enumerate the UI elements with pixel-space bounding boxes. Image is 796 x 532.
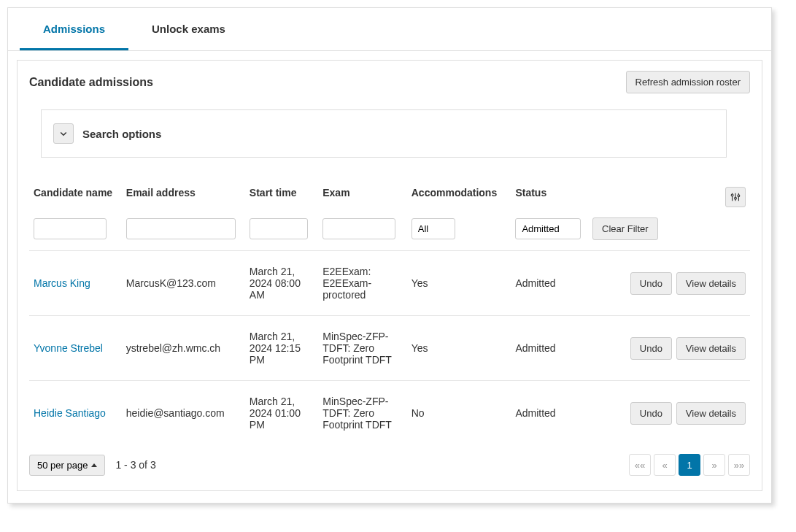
pager-first[interactable]: «« [629,454,651,476]
svg-point-5 [738,195,740,197]
tab-admissions[interactable]: Admissions [20,8,128,50]
panel: Candidate admissions Refresh admission r… [17,60,762,491]
content: Search options Candidate name Email addr… [18,109,762,490]
admissions-table: Candidate name Email address Start time … [29,181,750,445]
candidate-email: ystrebel@zh.wmc.ch [126,342,220,354]
tab-unlock-exams[interactable]: Unlock exams [128,8,249,50]
candidate-email: MarcusK@123.com [126,277,216,289]
col-settings [719,181,750,213]
candidate-accommodations: Yes [411,342,428,354]
svg-point-4 [735,197,737,199]
pager: «« « 1 » »» [629,454,750,476]
filter-exam-input[interactable] [322,218,395,239]
undo-button[interactable]: Undo [630,402,672,425]
chevron-down-icon [59,129,68,138]
col-email[interactable]: Email address [122,181,245,213]
filter-email-input[interactable] [126,218,236,239]
col-name[interactable]: Candidate name [29,181,122,213]
svg-point-3 [731,194,733,196]
per-page-button[interactable]: 50 per page [29,455,105,476]
view-details-button[interactable]: View details [676,337,746,360]
filter-start-input[interactable] [250,218,308,239]
window: Admissions Unlock exams Candidate admiss… [7,7,772,504]
candidate-exam: E2EExam: E2EExam-proctored [322,266,371,301]
pager-prev[interactable]: « [654,454,676,476]
candidate-status: Admitted [515,342,555,354]
pager-last[interactable]: »» [728,454,750,476]
filter-accommodations-select[interactable] [411,218,455,239]
candidate-status: Admitted [515,277,555,289]
col-status[interactable]: Status [511,181,588,213]
candidate-exam: MinSpec-ZFP-TDFT: Zero Footprint TDFT [322,331,392,366]
pager-page-1[interactable]: 1 [679,454,700,476]
tabs: Admissions Unlock exams [8,8,771,51]
candidate-name-link[interactable]: Heidie Santiago [34,407,106,419]
refresh-roster-button[interactable]: Refresh admission roster [626,71,751,93]
candidate-name-link[interactable]: Yvonne Strebel [34,342,103,354]
table-row: Marcus KingMarcusK@123.comMarch 21, 2024… [29,251,750,316]
view-details-button[interactable]: View details [676,402,746,425]
table-footer: 50 per page 1 - 3 of 3 «« « 1 » »» [29,445,750,479]
candidate-accommodations: No [411,407,425,419]
search-options-bar: Search options [41,109,727,158]
expand-search-button[interactable] [53,123,74,144]
clear-filter-button[interactable]: Clear Filter [592,217,658,240]
panel-header: Candidate admissions Refresh admission r… [18,61,762,104]
col-start[interactable]: Start time [245,181,318,213]
undo-button[interactable]: Undo [630,337,672,360]
candidate-status: Admitted [515,407,555,419]
column-settings-button[interactable] [725,187,746,207]
candidate-accommodations: Yes [411,277,428,289]
table-header-row: Candidate name Email address Start time … [29,181,750,213]
col-actions [588,181,719,213]
candidate-start-time: March 21, 2024 12:15 PM [250,331,301,366]
col-accommodations[interactable]: Accommodations [407,181,511,213]
candidate-exam: MinSpec-ZFP-TDFT: Zero Footprint TDFT [322,396,392,431]
triangle-up-icon [91,463,97,467]
filter-status-select[interactable] [515,218,581,239]
per-page-label: 50 per page [37,460,88,471]
sliders-icon [730,192,741,202]
table-row: Heidie Santiagoheidie@santiago.comMarch … [29,381,750,446]
table-row: Yvonne Strebelystrebel@zh.wmc.chMarch 21… [29,316,750,381]
view-details-button[interactable]: View details [676,272,746,295]
filter-row: Clear Filter [29,213,750,251]
pager-next[interactable]: » [703,454,725,476]
panel-title: Candidate admissions [29,76,153,89]
undo-button[interactable]: Undo [630,272,672,295]
candidate-start-time: March 21, 2024 01:00 PM [250,396,301,431]
range-text: 1 - 3 of 3 [115,459,155,471]
search-options-label: Search options [82,128,161,140]
col-exam[interactable]: Exam [318,181,407,213]
candidate-email: heidie@santiago.com [126,407,225,419]
candidate-start-time: March 21, 2024 08:00 AM [250,266,301,301]
filter-name-input[interactable] [34,218,107,239]
candidate-name-link[interactable]: Marcus King [34,277,90,289]
